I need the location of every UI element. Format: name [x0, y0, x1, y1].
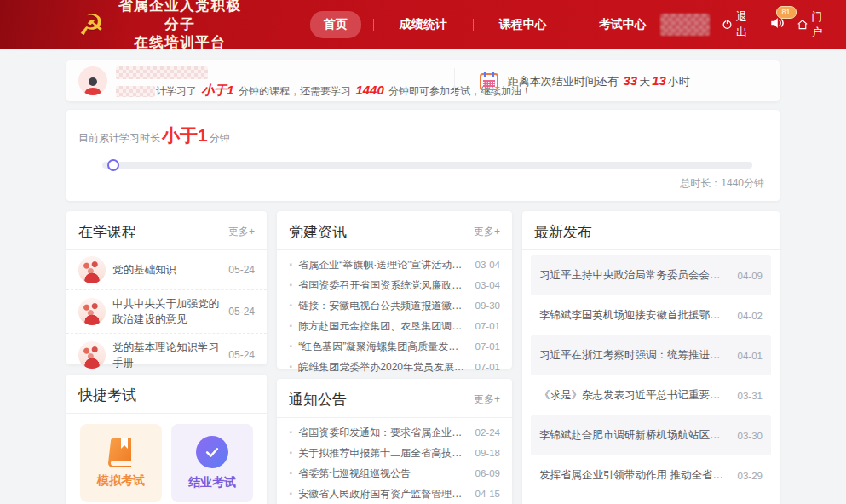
notice-item[interactable]: ·省委第七巡视组巡视公告06-09: [289, 463, 500, 484]
notices-more-link[interactable]: 更多+: [474, 392, 500, 407]
nav-separator: [373, 19, 374, 31]
nav-item-exams[interactable]: 考试中心: [585, 11, 660, 38]
logout-label: 退出: [736, 9, 756, 40]
total-duration-label: 总时长：1440分钟: [78, 176, 764, 191]
redacted-text: [116, 86, 155, 97]
courses-title: 在学课程: [78, 222, 136, 242]
main-content: 计学习了 小于1 分钟的课程，还需要学习 1440 分钟即可参加考试，继续加油！…: [66, 60, 780, 504]
study-minutes-value: 小于1: [199, 83, 235, 97]
study-summary: 计学习了 小于1 分钟的课程，还需要学习 1440 分钟即可参加考试，继续加油！: [78, 63, 451, 99]
person-icon: [82, 75, 104, 95]
latest-item[interactable]: 发挥省属企业引领带动作用 推动全省企业尽快...03-29: [531, 455, 771, 495]
study-progress-card: 目前累计学习时长小于1分钟 总时长：1440分钟: [66, 110, 780, 201]
home-icon: [797, 18, 809, 32]
notice-item[interactable]: ·安徽省人民政府国有资产监督管理委员会网站...04-15: [289, 484, 500, 504]
course-thumbnail: [78, 256, 106, 284]
nav-separator: [573, 19, 573, 31]
latest-item[interactable]: 《求是》杂志发表习近平总书记重要文章《在...03-31: [531, 375, 771, 415]
notices-title: 通知公告: [289, 390, 347, 410]
logout-button[interactable]: 退出: [722, 9, 756, 40]
news-item[interactable]: ·省国资委召开省国资系统党风廉政建设和反腐...03-04: [289, 275, 500, 295]
calendar-icon: [479, 71, 499, 91]
slider-track: [102, 162, 752, 169]
power-icon: [722, 18, 733, 31]
nav-separator: [473, 19, 474, 31]
news-item[interactable]: ·链接：安徽电视台公共频道报道徽商职业学院...09-30: [289, 295, 500, 316]
news-item[interactable]: ·皖维集团党委举办2020年党员发展对象培训班...07-01: [289, 357, 500, 377]
final-exam-label: 结业考试: [188, 475, 236, 490]
slider-handle[interactable]: [107, 159, 119, 171]
course-item[interactable]: 党的基本理论知识学习手册 05-24: [66, 333, 267, 376]
quick-exam-title: 快捷考试: [78, 386, 136, 405]
header-right: 退出 81 门户: [660, 9, 831, 40]
courses-more-link[interactable]: 更多+: [228, 225, 255, 239]
progress-label: 目前累计学习时长小于1分钟: [78, 123, 764, 147]
notices-card: 通知公告 更多+ ·省国资委印发通知：要求省属企业认真贯彻落...02-24 ·…: [277, 379, 512, 504]
notice-item[interactable]: ·省国资委印发通知：要求省属企业认真贯彻落...02-24: [289, 422, 500, 443]
course-item[interactable]: 党的基础知识 05-24: [66, 250, 267, 289]
portal-button[interactable]: 门户: [797, 9, 832, 40]
latest-releases-card: 最新发布 习近平主持中央政治局常务委员会会议 分析国...04-09 李锦斌李国…: [522, 211, 780, 504]
deadline-days-value: 33: [621, 73, 639, 88]
courses-card: 在学课程 更多+ 党的基础知识 05-24 中共中央关于加强党的政治建设的意见 …: [66, 211, 267, 364]
news-item[interactable]: ·“红色基因”凝聚海螺集团高质量发展磅礴力...07-01: [289, 336, 500, 357]
party-news-title: 党建资讯: [289, 222, 347, 242]
party-news-more-link[interactable]: 更多+: [474, 225, 500, 239]
nav-item-home[interactable]: 首页: [310, 11, 361, 38]
latest-item[interactable]: 习近平在浙江考察时强调：统筹推进疫情防控...04-01: [531, 335, 771, 375]
latest-releases-list: 习近平主持中央政治局常务委员会会议 分析国...04-09 李锦斌李国英机场迎接…: [522, 250, 780, 495]
need-minutes-value: 1440: [354, 83, 385, 97]
site-title-line1: 省属企业入党积极分子: [111, 0, 248, 33]
username-redacted: [116, 66, 208, 79]
latest-title: 最新发布: [534, 222, 592, 242]
user-study-bar: 计学习了 小于1 分钟的课程，还需要学习 1440 分钟即可参加考试，继续加油！…: [66, 60, 780, 101]
course-item[interactable]: 中共中央关于加强党的政治建设的意见 05-24: [66, 289, 267, 333]
progress-value: 小于1: [160, 125, 210, 145]
mock-exam-button[interactable]: 模拟考试: [80, 424, 162, 502]
divider: [454, 68, 455, 94]
course-thumbnail: [78, 341, 106, 369]
check-circle-icon: [196, 436, 228, 468]
app-header: ☭ 省属企业入党积极分子 在线培训平台 首页 成绩统计 课程中心 考试中心 退出: [0, 0, 846, 49]
nav-item-scores[interactable]: 成绩统计: [386, 11, 461, 38]
announcement-button[interactable]: 81: [769, 15, 785, 34]
site-title: 省属企业入党积极分子 在线培训平台: [111, 0, 248, 52]
latest-item[interactable]: 李锦斌赴合肥市调研新桥机场航站区规划建设...03-30: [531, 415, 771, 455]
final-exam-button[interactable]: 结业考试: [171, 424, 253, 502]
nav-item-courses[interactable]: 课程中心: [486, 11, 561, 38]
course-thumbnail: [78, 298, 106, 325]
quick-exam-card: 快捷考试 模拟考试: [66, 375, 267, 504]
latest-item[interactable]: 李锦斌李国英机场迎接安徽首批援鄂医疗队凯...04-02: [531, 295, 771, 335]
notice-item[interactable]: ·关于拟推荐申报第十二届全省高技能人才评选...09-18: [289, 443, 500, 463]
avatar[interactable]: [78, 66, 107, 95]
notices-list: ·省国资委印发通知：要求省属企业认真贯彻落...02-24 ·关于拟推荐申报第十…: [277, 418, 512, 504]
party-news-list: ·省属企业“举旗帜·送理论”宣讲活动走进华安...03-04 ·省国资委召开省国…: [277, 250, 512, 377]
deadline-info: 距离本次结业时间还有 33天13小时: [458, 71, 690, 91]
main-nav: 首页 成绩统计 课程中心 考试中心: [310, 11, 660, 38]
news-item[interactable]: ·陈方赴国元金控集团、农垦集团调研督导07-01: [289, 316, 500, 336]
notification-badge: 81: [776, 6, 797, 19]
book-icon: [106, 438, 136, 467]
party-news-card: 党建资讯 更多+ ·省属企业“举旗帜·送理论”宣讲活动走进华安...03-04 …: [277, 211, 512, 369]
site-title-line2: 在线培训平台: [111, 33, 248, 51]
party-emblem-icon: ☭: [78, 10, 104, 39]
news-item[interactable]: ·省属企业“举旗帜·送理论”宣讲活动走进华安...03-04: [289, 255, 500, 275]
deadline-hours-value: 13: [650, 73, 668, 88]
site-logo: ☭ 省属企业入党积极分子 在线培训平台: [78, 0, 249, 52]
progress-slider[interactable]: [102, 159, 764, 171]
username-redacted: [660, 14, 710, 36]
mock-exam-label: 模拟考试: [97, 473, 145, 489]
deadline-text: 距离本次结业时间还有 33天13小时: [508, 73, 690, 89]
latest-item[interactable]: 习近平主持中央政治局常务委员会会议 分析国...04-09: [531, 255, 771, 295]
portal-label: 门户: [811, 9, 831, 40]
